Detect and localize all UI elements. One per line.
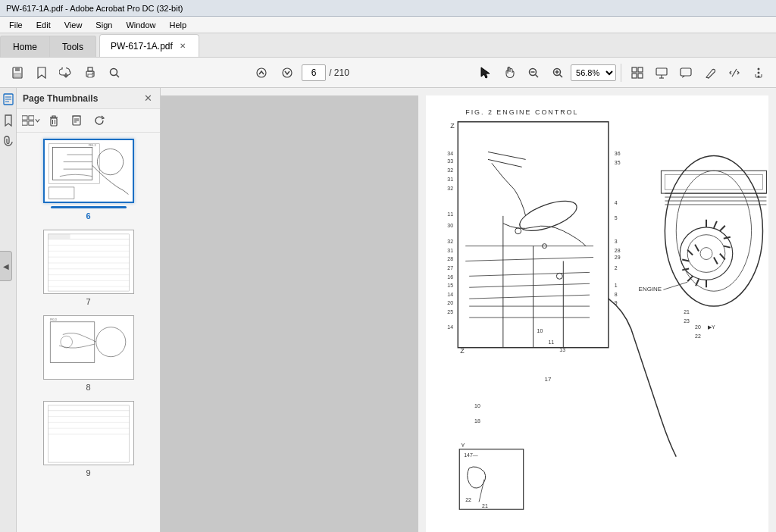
svg-point-31 [758,71,760,74]
thumbnail-page-8[interactable]: FIG.3 8 [43,315,134,392]
svg-point-122 [515,228,521,234]
pdf-page-gray [161,95,418,532]
tab-file[interactable]: PW-617-1A.pdf ✕ [99,34,199,57]
tab-home[interactable]: Home [0,36,50,57]
tab-tools[interactable]: Tools [50,36,96,57]
page-nav: 6 / 210 [250,61,349,84]
snap-button[interactable] [626,61,649,84]
svg-text:28: 28 [615,248,621,253]
thumbnail-page-6[interactable]: FIG.2 6 [43,139,134,221]
thumbnail-rotate-button[interactable] [89,112,109,129]
svg-rect-75 [44,402,133,465]
svg-text:13: 13 [559,347,565,352]
zoom-in-button[interactable] [546,61,569,84]
pen-button[interactable] [699,61,721,84]
cloud-button[interactable] [55,61,77,84]
svg-text:▶Y: ▶Y [708,324,715,330]
more-tools-button[interactable] [723,61,746,84]
menu-file[interactable]: File [3,19,29,31]
svg-rect-1 [15,67,20,71]
svg-rect-6 [88,74,92,77]
thumb-page-label-8: 8 [86,383,90,392]
sidebar-icon-attachments[interactable] [2,135,15,149]
svg-text:31: 31 [447,177,453,182]
thumbnails-close-button[interactable]: ✕ [142,92,154,104]
menu-view[interactable]: View [58,19,89,31]
thumbnail-image-8: FIG.3 [43,315,134,380]
thumbnail-delete-button[interactable] [44,112,64,129]
svg-text:11: 11 [548,340,554,345]
svg-line-155 [687,276,693,281]
page-number-input[interactable]: 6 [302,64,326,81]
svg-text:11: 11 [447,211,453,217]
svg-point-143 [680,227,733,280]
svg-text:35: 35 [615,160,621,165]
thumb-page-label-9: 9 [86,468,90,477]
svg-text:25: 25 [447,309,453,315]
svg-line-150 [724,246,731,248]
svg-point-144 [687,235,725,273]
svg-text:147—: 147— [464,452,478,458]
svg-text:30: 30 [447,223,453,228]
tab-close-icon[interactable]: ✕ [177,41,188,52]
svg-rect-38 [22,116,27,120]
svg-text:FIG.2: FIG.2 [89,144,95,147]
zoom-select[interactable]: 56.8% 50% 75% 100% 125% 150% [571,64,616,81]
svg-point-32 [758,67,760,70]
svg-rect-58 [44,230,133,293]
extras-button[interactable] [747,61,770,84]
svg-line-19 [560,74,563,77]
svg-line-30 [732,69,737,77]
svg-text:3: 3 [615,239,618,244]
svg-line-121 [488,159,522,167]
menu-sign[interactable]: Sign [89,19,118,31]
svg-text:8: 8 [615,292,618,297]
svg-text:Z: Z [460,347,465,355]
svg-line-156 [682,268,689,270]
svg-line-127 [469,272,590,276]
page-down-button[interactable] [276,61,299,84]
svg-text:32: 32 [447,239,453,244]
save-button[interactable] [6,61,29,84]
print-button[interactable] [79,61,102,84]
thumbnail-page-7[interactable]: 7 [43,230,134,306]
svg-text:34: 34 [447,151,453,156]
menu-window[interactable]: Window [120,19,161,31]
svg-point-135 [665,155,762,306]
bookmark-button[interactable] [30,61,53,84]
sidebar-icon-bookmark[interactable] [2,114,15,127]
thumbnail-extract-button[interactable] [67,112,86,129]
thumbnail-page-9[interactable]: 9 [43,401,134,477]
svg-text:15: 15 [447,283,453,288]
svg-text:33: 33 [447,158,453,164]
svg-text:28: 28 [447,256,453,261]
thumbnails-title: Page Thumbnails [23,93,98,104]
thumbnail-size-button[interactable] [21,112,41,129]
svg-text:2: 2 [615,265,618,271]
hand-tool-button[interactable] [498,61,521,84]
menu-edit[interactable]: Edit [30,19,57,31]
comment-button[interactable] [674,61,697,84]
collapse-panel-button[interactable]: ◀ [0,251,12,281]
svg-rect-68 [48,234,70,239]
svg-text:27: 27 [447,265,453,271]
svg-line-148 [720,226,725,231]
thumbnails-list: FIG.2 6 [17,133,160,532]
svg-line-157 [682,259,689,261]
svg-line-149 [724,237,731,239]
thumbnail-image-9 [43,401,134,465]
thumbnail-image-7 [43,230,134,294]
engine-label: ENGINE [639,286,662,293]
svg-line-126 [465,258,593,261]
thumbnail-image-6: FIG.2 [43,139,134,203]
page-up-button[interactable] [250,61,273,84]
search-button[interactable] [103,61,126,84]
menu-help[interactable]: Help [164,19,193,31]
sidebar-icon-pages[interactable] [2,92,15,106]
svg-text:4: 4 [615,200,618,205]
thumbnails-header: Page Thumbnails ✕ [17,88,160,109]
presenter-button[interactable] [650,61,673,84]
zoom-out-button[interactable] [522,61,545,84]
cursor-tool-button[interactable] [474,61,496,84]
thumbnails-panel: Page Thumbnails ✕ [17,88,161,532]
